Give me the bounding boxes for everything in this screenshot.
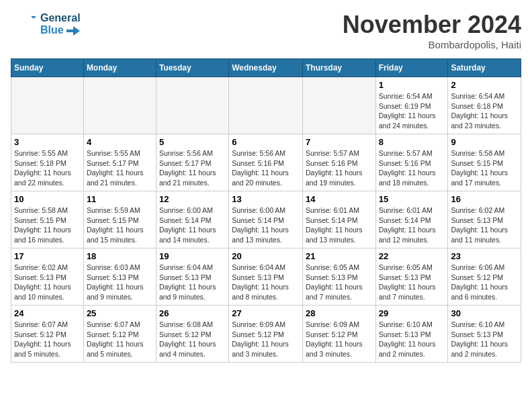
day-info: Sunrise: 5:58 AM Sunset: 5:15 PM Dayligh… <box>451 148 518 188</box>
day-info: Sunrise: 6:54 AM Sunset: 6:18 PM Dayligh… <box>451 91 518 131</box>
daylight: Daylight: 11 hours and 15 minutes. <box>87 225 153 244</box>
day-number: 27 <box>232 308 300 318</box>
day-number: 26 <box>159 308 226 318</box>
weekday-header-row: SundayMondayTuesdayWednesdayThursdayFrid… <box>11 59 521 77</box>
sunset: Sunset: 5:12 PM <box>232 330 300 340</box>
sunrise: Sunrise: 6:03 AM <box>87 263 153 273</box>
calendar-cell: 6 Sunrise: 5:56 AM Sunset: 5:16 PM Dayli… <box>229 134 303 191</box>
day-number: 12 <box>159 194 226 204</box>
sunrise: Sunrise: 6:04 AM <box>159 263 226 273</box>
daylight: Daylight: 11 hours and 12 minutes. <box>379 225 445 244</box>
day-info: Sunrise: 5:56 AM Sunset: 5:17 PM Dayligh… <box>159 148 226 188</box>
daylight: Daylight: 11 hours and 4 minutes. <box>159 339 226 359</box>
day-number: 28 <box>306 308 373 318</box>
calendar-cell: 29 Sunrise: 6:10 AM Sunset: 5:13 PM Dayl… <box>375 306 448 363</box>
daylight: Daylight: 11 hours and 7 minutes. <box>379 282 445 302</box>
title-area: November 2024 Bombardopolis, Haiti <box>343 11 521 50</box>
header: General Blue November 2024 Bombardopolis… <box>11 11 521 50</box>
month-title: November 2024 <box>343 11 521 39</box>
day-number: 9 <box>451 137 518 147</box>
day-info: Sunrise: 6:08 AM Sunset: 5:12 PM Dayligh… <box>159 320 226 359</box>
day-info: Sunrise: 6:05 AM Sunset: 5:13 PM Dayligh… <box>379 263 445 302</box>
day-info: Sunrise: 6:09 AM Sunset: 5:12 PM Dayligh… <box>306 320 373 359</box>
calendar-cell: 19 Sunrise: 6:04 AM Sunset: 5:13 PM Dayl… <box>156 248 228 306</box>
sunrise: Sunrise: 5:59 AM <box>87 205 153 216</box>
day-number: 14 <box>306 194 373 204</box>
day-info: Sunrise: 6:04 AM Sunset: 5:13 PM Dayligh… <box>232 263 300 302</box>
sunset: Sunset: 5:13 PM <box>306 273 373 283</box>
daylight: Daylight: 11 hours and 18 minutes. <box>379 168 445 187</box>
sunrise: Sunrise: 6:01 AM <box>379 205 445 216</box>
calendar-cell: 14 Sunrise: 6:01 AM Sunset: 5:14 PM Dayl… <box>302 191 375 248</box>
calendar-cell: 30 Sunrise: 6:10 AM Sunset: 5:13 PM Dayl… <box>448 306 521 363</box>
calendar-week-row: 10 Sunrise: 5:58 AM Sunset: 5:15 PM Dayl… <box>11 191 521 248</box>
logo: General Blue <box>11 11 81 38</box>
calendar-cell: 8 Sunrise: 5:57 AM Sunset: 5:16 PM Dayli… <box>375 134 448 191</box>
calendar-cell: 22 Sunrise: 6:05 AM Sunset: 5:13 PM Dayl… <box>375 248 448 306</box>
day-info: Sunrise: 5:55 AM Sunset: 5:18 PM Dayligh… <box>14 148 81 188</box>
day-number: 30 <box>451 308 518 318</box>
sunset: Sunset: 5:12 PM <box>451 273 518 283</box>
day-number: 24 <box>14 308 81 318</box>
daylight: Daylight: 11 hours and 5 minutes. <box>14 339 81 359</box>
calendar-cell <box>11 77 84 134</box>
day-info: Sunrise: 6:00 AM Sunset: 5:14 PM Dayligh… <box>232 205 300 245</box>
weekday-header: Sunday <box>11 59 84 77</box>
daylight: Daylight: 11 hours and 17 minutes. <box>451 168 518 187</box>
day-number: 25 <box>87 308 153 318</box>
day-info: Sunrise: 5:59 AM Sunset: 5:15 PM Dayligh… <box>87 205 153 245</box>
day-info: Sunrise: 6:05 AM Sunset: 5:13 PM Dayligh… <box>306 263 373 302</box>
svg-marker-1 <box>31 16 36 21</box>
calendar-cell <box>83 77 156 134</box>
daylight: Daylight: 11 hours and 6 minutes. <box>451 282 518 302</box>
sunset: Sunset: 5:13 PM <box>379 273 445 283</box>
day-info: Sunrise: 5:57 AM Sunset: 5:16 PM Dayligh… <box>306 148 373 188</box>
sunset: Sunset: 5:13 PM <box>14 273 81 283</box>
day-number: 1 <box>379 80 445 90</box>
daylight: Daylight: 11 hours and 21 minutes. <box>87 168 153 187</box>
day-info: Sunrise: 6:09 AM Sunset: 5:12 PM Dayligh… <box>232 320 300 359</box>
day-number: 6 <box>232 137 300 147</box>
daylight: Daylight: 11 hours and 3 minutes. <box>232 339 300 359</box>
calendar-cell: 3 Sunrise: 5:55 AM Sunset: 5:18 PM Dayli… <box>11 134 84 191</box>
calendar-cell: 2 Sunrise: 6:54 AM Sunset: 6:18 PM Dayli… <box>448 77 521 134</box>
sunset: Sunset: 5:12 PM <box>306 330 373 340</box>
day-number: 19 <box>159 251 226 261</box>
calendar-week-row: 17 Sunrise: 6:02 AM Sunset: 5:13 PM Dayl… <box>11 248 521 306</box>
sunrise: Sunrise: 6:06 AM <box>451 263 518 273</box>
sunrise: Sunrise: 6:54 AM <box>451 91 518 101</box>
day-info: Sunrise: 6:03 AM Sunset: 5:13 PM Dayligh… <box>87 263 153 302</box>
sunrise: Sunrise: 5:58 AM <box>451 148 518 158</box>
calendar-cell: 12 Sunrise: 6:00 AM Sunset: 5:14 PM Dayl… <box>156 191 228 248</box>
sunrise: Sunrise: 6:05 AM <box>379 263 445 273</box>
weekday-header: Monday <box>83 59 156 77</box>
day-info: Sunrise: 6:00 AM Sunset: 5:14 PM Dayligh… <box>159 205 226 245</box>
daylight: Daylight: 11 hours and 2 minutes. <box>451 339 518 359</box>
day-info: Sunrise: 6:02 AM Sunset: 5:13 PM Dayligh… <box>14 263 81 302</box>
weekday-header: Thursday <box>302 59 375 77</box>
day-info: Sunrise: 6:06 AM Sunset: 5:12 PM Dayligh… <box>451 263 518 302</box>
day-number: 16 <box>451 194 518 204</box>
day-info: Sunrise: 6:07 AM Sunset: 5:12 PM Dayligh… <box>87 320 153 359</box>
sunset: Sunset: 5:13 PM <box>451 330 518 340</box>
calendar-cell: 23 Sunrise: 6:06 AM Sunset: 5:12 PM Dayl… <box>448 248 521 306</box>
daylight: Daylight: 11 hours and 8 minutes. <box>232 282 300 302</box>
sunrise: Sunrise: 5:56 AM <box>159 148 226 158</box>
sunset: Sunset: 5:15 PM <box>451 158 518 169</box>
sunset: Sunset: 5:16 PM <box>379 158 445 169</box>
sunset: Sunset: 5:13 PM <box>87 273 153 283</box>
sunrise: Sunrise: 6:10 AM <box>379 320 445 330</box>
day-info: Sunrise: 6:07 AM Sunset: 5:12 PM Dayligh… <box>14 320 81 359</box>
calendar-cell: 5 Sunrise: 5:56 AM Sunset: 5:17 PM Dayli… <box>156 134 228 191</box>
sunrise: Sunrise: 6:54 AM <box>379 91 445 101</box>
daylight: Daylight: 11 hours and 13 minutes. <box>232 225 300 244</box>
calendar-cell: 16 Sunrise: 6:02 AM Sunset: 5:13 PM Dayl… <box>448 191 521 248</box>
sunrise: Sunrise: 6:09 AM <box>232 320 300 330</box>
sunset: Sunset: 5:15 PM <box>14 216 81 226</box>
sunrise: Sunrise: 6:00 AM <box>232 205 300 216</box>
sunrise: Sunrise: 5:55 AM <box>14 148 81 158</box>
calendar-cell: 25 Sunrise: 6:07 AM Sunset: 5:12 PM Dayl… <box>83 306 156 363</box>
day-number: 7 <box>306 137 373 147</box>
day-number: 5 <box>159 137 226 147</box>
day-info: Sunrise: 5:56 AM Sunset: 5:16 PM Dayligh… <box>232 148 300 188</box>
